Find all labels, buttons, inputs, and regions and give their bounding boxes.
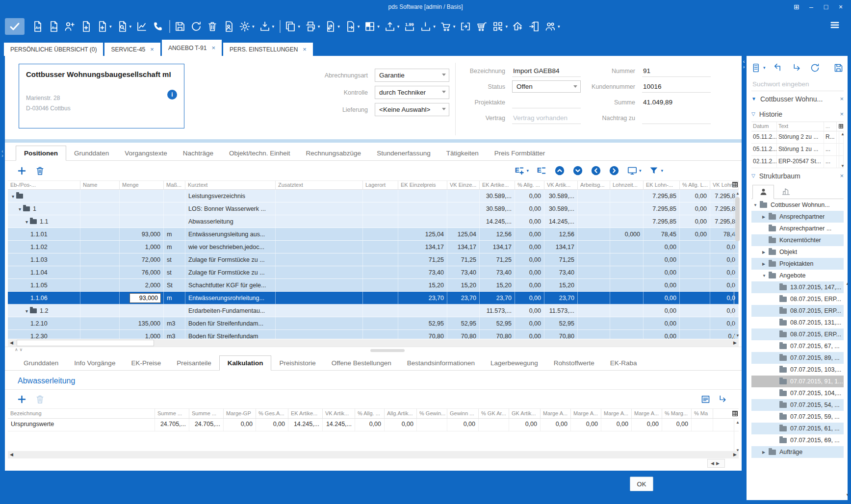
scroll-left-icon[interactable]: ◀ <box>10 452 13 457</box>
vertical-scrollbar[interactable]: ▲ ▼ <box>839 132 845 168</box>
workspace-tab[interactable]: PERS. EINSTELLUNGEN <box>223 43 313 56</box>
positions-tab[interactable]: Preis Formblätter <box>487 146 553 160</box>
delete-button[interactable] <box>206 18 218 35</box>
search-document-button[interactable] <box>116 18 132 35</box>
menge-cell[interactable]: 1,000 <box>145 244 160 251</box>
menu-icon[interactable] <box>828 20 841 30</box>
scroll-left-icon[interactable]: ◀ <box>10 340 13 345</box>
column-header[interactable]: Menge <box>120 181 164 189</box>
horizontal-scrollbar[interactable]: ◀ ▶ <box>8 339 739 347</box>
column-header[interactable]: ... <box>824 122 837 131</box>
table-row[interactable]: 1.1.05 2,000 St Schachtfutter KGF für ge… <box>8 279 739 292</box>
field-value[interactable] <box>642 112 711 124</box>
save-button[interactable] <box>174 18 186 35</box>
field-value[interactable]: Vertrag vorhanden <box>512 112 581 124</box>
chevron-down-icon[interactable] <box>442 91 446 93</box>
scroll-down-icon[interactable]: ▼ <box>845 493 848 497</box>
column-header[interactable]: GK Artik... <box>509 409 541 418</box>
redo-button[interactable] <box>792 63 802 73</box>
tree-item[interactable]: 07.07.2015, 91, 1... <box>751 376 844 387</box>
order-cart-button[interactable] <box>476 18 488 35</box>
tree-caret-icon[interactable] <box>26 218 30 225</box>
notes-icon[interactable] <box>700 394 711 404</box>
scrollbar-thumb[interactable] <box>735 197 740 241</box>
vertical-scrollbar[interactable]: ▲ ▼ <box>734 190 741 339</box>
column-header[interactable]: Datum <box>751 122 777 131</box>
sidebar-section-history[interactable]: ▽ Historie <box>751 106 844 122</box>
field-value[interactable]: durch Techniker <box>375 86 449 99</box>
column-options-icon[interactable] <box>732 411 738 416</box>
users-button[interactable] <box>544 18 560 35</box>
column-header[interactable]: Maß... <box>164 181 185 189</box>
detail-tab[interactable]: Grunddaten <box>16 356 66 370</box>
sidebar-section-tree[interactable]: ▽ Strukturbaum <box>751 168 844 183</box>
close-icon[interactable] <box>840 172 844 179</box>
display-options-button[interactable] <box>627 165 642 176</box>
column-header[interactable]: Text <box>777 122 824 131</box>
column-header[interactable]: Marge A... <box>632 409 662 418</box>
tree-item[interactable]: 07.07.2015, 89, ... <box>751 352 844 364</box>
add-document-button[interactable] <box>80 18 92 35</box>
column-options-icon[interactable] <box>839 124 843 128</box>
column-header[interactable]: EK Artike... <box>288 409 323 418</box>
tree-item[interactable]: 08.07.2015, ERP... <box>751 305 844 317</box>
insert-level-button[interactable]: E <box>514 165 529 176</box>
import-button[interactable] <box>259 18 275 35</box>
tree-caret-icon[interactable] <box>753 203 760 207</box>
move-down-button[interactable] <box>572 165 583 176</box>
vertical-scrollbar[interactable]: ▲ ▼ <box>845 56 848 500</box>
tree-item[interactable]: 07.07.2015, 104,... <box>751 387 844 399</box>
positions-tab[interactable]: Stundenerfassung <box>369 146 438 160</box>
table-row[interactable]: 1.1.04 76,000 st Zulage für Formstücke z… <box>8 266 739 279</box>
detail-tab-nav[interactable]: ◀▶ <box>707 459 725 468</box>
menge-cell[interactable]: 72,000 <box>142 256 160 263</box>
column-header[interactable]: EK Artike... <box>480 181 515 189</box>
scroll-up-icon[interactable]: ▲ <box>735 420 741 425</box>
column-header[interactable]: EK Lohn-... <box>644 181 680 189</box>
column-header[interactable]: VK Einze... <box>447 181 480 189</box>
column-header[interactable]: Summe ... <box>155 409 189 418</box>
tree-caret-icon[interactable] <box>762 450 769 454</box>
column-header[interactable]: % Ges.A... <box>256 409 288 418</box>
column-header[interactable]: Name <box>80 181 120 189</box>
field-value[interactable]: 91 <box>642 65 711 77</box>
field-value[interactable]: Import GAEB84 <box>512 65 581 77</box>
goto-icon[interactable] <box>718 394 728 404</box>
menge-cell[interactable]: 2,000 <box>145 282 160 289</box>
restore-window-button[interactable]: □ <box>819 1 833 13</box>
column-header[interactable]: Summe ... <box>189 409 224 418</box>
info-icon[interactable]: i <box>167 90 177 100</box>
table-row[interactable]: 1.2.10 135,000 m3 Boden für Streifenfund… <box>8 317 739 330</box>
tree-caret-icon[interactable] <box>762 274 769 278</box>
vertical-scrollbar[interactable]: ▲ ▼ <box>734 419 741 454</box>
price-button[interactable]: 1.99 <box>404 18 415 35</box>
menge-cell[interactable]: 93,000 <box>142 231 160 238</box>
positions-tab[interactable]: Rechnungsabzüge <box>298 146 369 160</box>
table-row[interactable]: 1.1.03 72,000 st Zulage für Formstücke z… <box>8 253 739 266</box>
detail-tab[interactable]: Lagerbewegung <box>483 356 546 370</box>
menge-cell[interactable]: 93,000 <box>130 294 160 302</box>
house-transfer-button[interactable] <box>512 18 524 35</box>
tree-item[interactable]: 07.07.2015, 59, ... <box>751 411 844 423</box>
new-auftrag-button[interactable]: Au <box>48 18 59 35</box>
history-row[interactable]: 05.11.2... Störung 1 zu ... ... <box>751 144 844 156</box>
detail-tab[interactable]: Bestandsinformationen <box>399 356 483 370</box>
scroll-down-icon[interactable]: ▼ <box>735 333 741 338</box>
detail-tab[interactable]: Preisanteile <box>169 356 219 370</box>
chevron-down-icon[interactable]: ▼ <box>751 96 756 101</box>
sidebar-refresh-button[interactable] <box>810 63 820 73</box>
customer-card[interactable]: Cottbusser Wohnungsbaugesellschaft mI i … <box>19 64 184 128</box>
tree-caret-icon[interactable] <box>26 307 30 314</box>
close-icon[interactable] <box>840 95 844 102</box>
column-header[interactable]: VK Artik... <box>544 181 578 189</box>
tree-item[interactable]: Konzerntöchter <box>751 234 844 246</box>
column-header[interactable]: VK Artik... <box>323 409 355 418</box>
close-icon[interactable] <box>211 44 215 51</box>
calculation-row[interactable]: Ursprungswerte24.705,...24.705,...0,000,… <box>8 419 739 431</box>
column-header[interactable]: % GK Ar... <box>479 409 509 418</box>
column-header[interactable]: Zusatztext <box>276 181 363 189</box>
field-value[interactable]: 41.049,89 <box>642 96 711 108</box>
column-header[interactable]: Lohnzeit... <box>610 181 644 189</box>
add-position-button[interactable] <box>17 166 27 176</box>
add-calculation-button[interactable] <box>17 394 27 404</box>
